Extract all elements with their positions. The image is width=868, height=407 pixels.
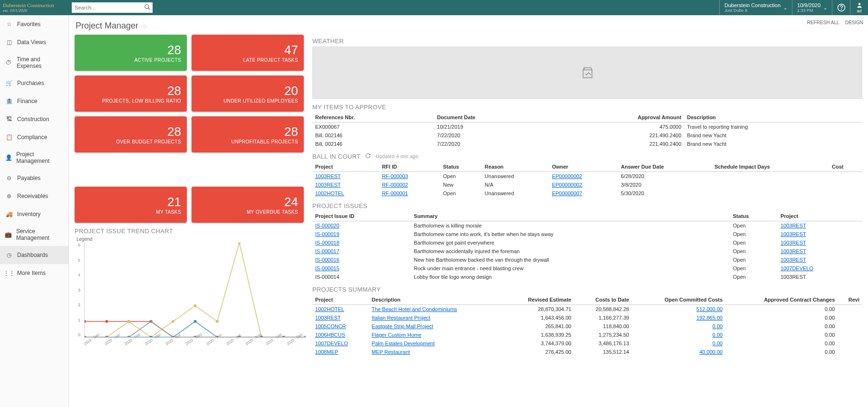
user-menu[interactable]: ad [850, 0, 868, 15]
desc-link[interactable]: Palm Estates Development [372, 341, 435, 346]
desc-link[interactable]: The Beach Hotel and Condominiums [372, 306, 457, 312]
svg-point-4 [858, 3, 860, 5]
project-link[interactable]: 1005CONCR [315, 323, 346, 329]
kpi-my-overdue-tasks[interactable]: 24MY OVERDUE TASKS [192, 187, 304, 223]
table-row[interactable]: 1002HOTEL RF-000001 OpenUnanswered EP000… [312, 189, 862, 198]
project-link[interactable]: 1003REST [315, 182, 341, 188]
issue-link[interactable]: IS-000017 [315, 248, 339, 254]
sidebar: ☆Favorites◫Data Views⏱Time and Expenses🛒… [0, 15, 69, 407]
kpi-projects-low-billing-ratio[interactable]: 28PROJECTS, LOW BILLING RATIO [75, 76, 187, 112]
desc-link[interactable]: Flager Custom Home [372, 332, 422, 338]
favorite-star-icon[interactable]: ☆ [142, 22, 148, 30]
table-row[interactable]: IS-000016New hire Bartholomew backed the… [312, 256, 862, 264]
sidebar-item-dashboards[interactable]: ◷Dashboards [0, 246, 68, 264]
sidebar-item-service-management[interactable]: 💼Service Management [0, 223, 68, 246]
kpi-late-project-tasks[interactable]: 47LATE PROJECT TASKS [192, 35, 304, 71]
project-link[interactable]: 1007DEVELO [315, 341, 348, 346]
project-link[interactable]: 1003REST [315, 315, 341, 321]
sidebar-item-data-views[interactable]: ◫Data Views [0, 33, 68, 51]
table-row[interactable]: 1002HOTEL The Beach Hotel and Condominiu… [312, 305, 862, 314]
table-row[interactable]: 1003REST RF-000002 NewN/A EP00000002 3/8… [312, 180, 862, 189]
occ-link[interactable]: 0.00 [713, 323, 723, 329]
owner-link[interactable]: EP00000007 [552, 190, 582, 196]
sidebar-item-time-and-expenses[interactable]: ⏱Time and Expenses [0, 51, 68, 74]
desc-link[interactable]: MEP Restaurant [372, 349, 410, 355]
col-header: Costs to Date [574, 295, 632, 305]
table-row[interactable]: IS-000015Rock under main entrance - need… [312, 264, 862, 273]
table-row[interactable]: 1007DEVELO Palm Estates Development 3,74… [312, 339, 862, 348]
table-row[interactable]: IS-000019Bartholomew came into work, it'… [312, 230, 862, 238]
issue-link[interactable]: IS-000019 [315, 231, 339, 237]
project-link[interactable]: 1003REST [781, 223, 806, 228]
refresh-all-button[interactable]: REFRESH ALL [807, 20, 839, 25]
sidebar-item-receivables[interactable]: ⊕Receivables [0, 187, 68, 205]
company-selector[interactable]: Duberstein Construction Just Dube It ⌄ [719, 0, 792, 15]
rfi-link[interactable]: RF-000002 [382, 182, 408, 188]
kpi-active-projects[interactable]: 28ACTIVE PROJECTS [75, 35, 187, 71]
col-header: Revi [838, 295, 862, 305]
occ-link[interactable]: 192,865.00 [696, 315, 723, 321]
nav-icon: 🛒 [5, 79, 13, 87]
table-row[interactable]: IS-000018Bartholomew got paint everywher… [312, 238, 862, 247]
kpi-value: 28 [284, 124, 298, 139]
rfi-link[interactable]: RF-000003 [382, 173, 408, 179]
table-row[interactable]: 1006HBCUS Flager Custom Home 1,638,939.2… [312, 331, 862, 339]
issue-link[interactable]: IS-000016 [315, 257, 339, 263]
project-link[interactable]: 1003REST [315, 173, 341, 179]
desc-link[interactable]: Italian Restaurant Project [372, 315, 431, 321]
table-row[interactable]: 1003REST Italian Restaurant Project 1,64… [312, 313, 862, 322]
sidebar-item-finance[interactable]: 🏦Finance [0, 92, 68, 110]
nav-icon: 📋 [5, 133, 13, 142]
table-row[interactable]: IS-000017Bartholomew accidentally injure… [312, 247, 862, 256]
design-button[interactable]: DESIGN [845, 20, 863, 25]
sidebar-item-compliance[interactable]: 📋Compliance [0, 128, 68, 146]
kpi-under-utilized-employees[interactable]: 20UNDER UTILIZED EMPLOYEES [192, 76, 304, 112]
date-selector[interactable]: 10/9/2020 1:33 PM ⌄ [792, 0, 832, 15]
table-row[interactable]: 1003REST RF-000003 OpenUnanswered EP0000… [312, 172, 862, 181]
kpi-my-tasks[interactable]: 21MY TASKS [75, 187, 187, 223]
sidebar-item-more-items[interactable]: ⋮⋮More Items [0, 264, 68, 282]
occ-link[interactable]: 0.00 [713, 332, 723, 338]
project-link[interactable]: 1002HOTEL [315, 306, 344, 312]
table-row[interactable]: 1005CONCR Eastgate Strip Mall Project 26… [312, 322, 862, 331]
sidebar-item-project-management[interactable]: 👤Project Management [0, 146, 68, 169]
owner-link[interactable]: EP00000002 [552, 182, 582, 188]
project-link[interactable]: 1003REST [781, 248, 806, 254]
kpi-over-budget-projects[interactable]: 28OVER BUDGET PROJECTS [75, 116, 187, 152]
table-row[interactable]: Bill, 0021467/22/2020221,490.2400Brand n… [312, 131, 862, 140]
chevron-down-icon: ⌄ [823, 5, 827, 10]
sidebar-item-payables[interactable]: ⊖Payables [0, 169, 68, 187]
project-link[interactable]: 1002HOTEL [315, 190, 344, 196]
table-row[interactable]: IS-000014Lobby floor tile logo wrong des… [312, 273, 862, 281]
table-row[interactable]: EX00006710/21/2019475.0000Travel to repo… [312, 123, 862, 132]
owner-link[interactable]: EP00000002 [552, 173, 582, 179]
desc-link[interactable]: Eastgate Strip Mall Project [372, 323, 434, 329]
issue-link[interactable]: IS-000020 [315, 223, 339, 228]
rfi-link[interactable]: RF-000001 [382, 190, 408, 196]
table-row[interactable]: IS-000020Bartholomew is killing moraleOp… [312, 221, 862, 230]
chevron-down-icon: ⌄ [783, 5, 787, 10]
project-link[interactable]: 1003REST [781, 231, 806, 237]
occ-link[interactable]: 40,000.00 [699, 349, 723, 355]
project-link[interactable]: 1007DEVELO [781, 265, 813, 271]
kpi-unprofitable-projects[interactable]: 28UNPROFITABLE PROJECTS [192, 116, 304, 152]
issue-link[interactable]: IS-000018 [315, 240, 339, 246]
occ-link[interactable]: 0.00 [713, 341, 723, 346]
search-icon[interactable] [144, 4, 151, 12]
project-link[interactable]: 1008MEP [315, 349, 338, 355]
sidebar-item-construction[interactable]: 🏗Construction [0, 110, 68, 128]
project-link[interactable]: 1003REST [781, 240, 806, 246]
project-link[interactable]: 1003REST [781, 257, 806, 263]
refresh-icon[interactable] [365, 153, 371, 160]
sidebar-item-favorites[interactable]: ☆Favorites [0, 15, 68, 33]
help-button[interactable] [832, 0, 850, 15]
sidebar-item-inventory[interactable]: 🚚Inventory [0, 205, 68, 223]
issue-link[interactable]: IS-000015 [315, 265, 339, 271]
project-link[interactable]: 1006HBCUS [315, 332, 345, 338]
svg-point-0 [145, 5, 149, 9]
occ-link[interactable]: 512,000.00 [696, 306, 723, 312]
table-row[interactable]: 1008MEP MEP Restaurant 276,425.00135,512… [312, 348, 862, 356]
sidebar-item-purchases[interactable]: 🛒Purchases [0, 74, 68, 92]
search-input[interactable] [72, 2, 153, 13]
table-row[interactable]: Bill, 0021467/22/2020221,490.2400Brand n… [312, 140, 862, 148]
